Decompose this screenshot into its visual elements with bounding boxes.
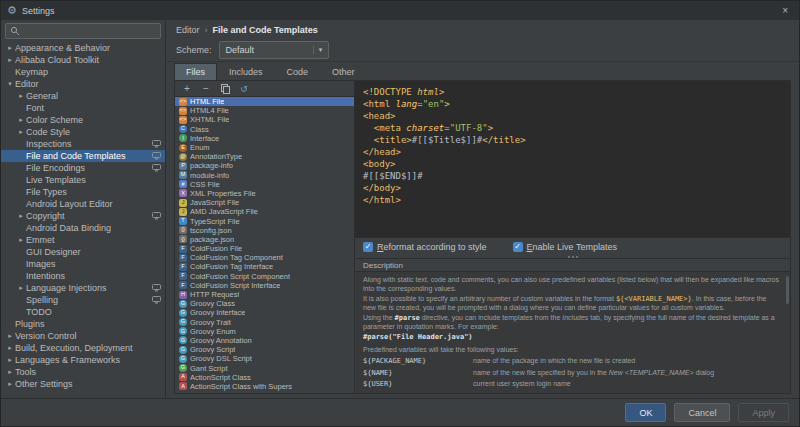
sidebar-item-label: Alibaba Cloud Toolkit [15, 55, 165, 65]
template-item-groovy-interface[interactable]: GGroovy Interface [175, 308, 354, 317]
chevron-right-icon[interactable]: ▸ [5, 380, 15, 388]
chevron-right-icon[interactable]: ▸ [5, 344, 15, 352]
sidebar-item-version-control[interactable]: ▸Version Control [1, 330, 165, 342]
template-item-class[interactable]: CClass [175, 125, 354, 134]
sidebar-item-alibaba-cloud-toolkit[interactable]: ▸Alibaba Cloud Toolkit [1, 54, 165, 66]
sidebar-item-editor[interactable]: ▾Editor [1, 78, 165, 90]
add-button[interactable] [181, 83, 193, 95]
sidebar-item-general[interactable]: ▸General [1, 90, 165, 102]
template-item-groovy-enum[interactable]: GGroovy Enum [175, 327, 354, 336]
sidebar-item-gui-designer[interactable]: GUI Designer [1, 246, 165, 258]
chevron-right-icon[interactable]: ▸ [16, 116, 26, 124]
sidebar-item-plugins[interactable]: Plugins [1, 318, 165, 330]
sidebar-item-android-data-binding[interactable]: Android Data Binding [1, 222, 165, 234]
chevron-down-icon[interactable]: ▾ [5, 80, 15, 88]
tab-includes[interactable]: Includes [217, 63, 275, 80]
chevron-right-icon[interactable]: ▸ [5, 56, 15, 64]
template-item-groovy-annotation[interactable]: GGroovy Annotation [175, 336, 354, 345]
template-item-groovy-class[interactable]: GGroovy Class [175, 299, 354, 308]
template-item-actionscript-class[interactable]: AActionScript Class [175, 373, 354, 382]
ok-button[interactable]: OK [625, 403, 666, 422]
template-item-coldfusion-tag-interface[interactable]: FColdFusion Tag Interface [175, 262, 354, 271]
cf-file-icon: F [179, 272, 187, 280]
template-item-html4-file[interactable]: <>HTML4 File [175, 106, 354, 115]
sidebar-item-color-scheme[interactable]: ▸Color Scheme [1, 114, 165, 126]
sidebar-item-other-settings[interactable]: ▸Other Settings [1, 378, 165, 390]
template-item-typescript-file[interactable]: TTypeScript File [175, 216, 354, 225]
sidebar-item-file-encodings[interactable]: File Encodings [1, 162, 165, 174]
chevron-right-icon[interactable]: ▸ [16, 284, 26, 292]
sidebar-item-code-style[interactable]: ▸Code Style [1, 126, 165, 138]
template-item-coldfusion-tag-component[interactable]: FColdFusion Tag Component [175, 253, 354, 262]
sidebar-item-live-templates[interactable]: Live Templates [1, 174, 165, 186]
chevron-right-icon[interactable]: ▸ [5, 368, 15, 376]
sidebar-item-file-types[interactable]: File Types [1, 186, 165, 198]
close-button[interactable]: × [777, 5, 793, 16]
template-item-javascript-file[interactable]: JJavaScript File [175, 198, 354, 207]
template-item-amd-javascript-file[interactable]: JAMD JavaScript File [175, 207, 354, 216]
sidebar-item-tools[interactable]: ▸Tools [1, 366, 165, 378]
template-item-html-file[interactable]: <>HTML File [175, 97, 354, 106]
search-input[interactable] [23, 26, 156, 36]
sidebar-item-emmet[interactable]: ▸Emmet [1, 234, 165, 246]
chevron-right-icon[interactable]: ▸ [16, 236, 26, 244]
sidebar-item-appearance-behavior[interactable]: ▸Appearance & Behavior [1, 42, 165, 54]
sidebar-item-font[interactable]: Font [1, 102, 165, 114]
sidebar-item-copyright[interactable]: ▸Copyright [1, 210, 165, 222]
sidebar-item-file-and-code-templates[interactable]: File and Code Templates [1, 150, 165, 162]
template-item-coldfusion-script-component[interactable]: FColdFusion Script Component [175, 272, 354, 281]
template-item-enum[interactable]: EEnum [175, 143, 354, 152]
settings-search-box[interactable] [5, 23, 161, 39]
sidebar-item-languages-frameworks[interactable]: ▸Languages & Frameworks [1, 354, 165, 366]
template-item-gant-script[interactable]: GGant Script [175, 363, 354, 372]
template-item-actionscript-class-with-supers[interactable]: AActionScript Class with Supers [175, 382, 354, 391]
template-item-coldfusion-file[interactable]: FColdFusion File [175, 244, 354, 253]
template-item-module-info[interactable]: Mmodule-info [175, 171, 354, 180]
checkbox-reformat-according-to-style[interactable]: ✓Reformat according to style [363, 242, 487, 252]
tab-code[interactable]: Code [275, 63, 321, 80]
chevron-right-icon[interactable]: ▸ [16, 92, 26, 100]
reset-button[interactable] [238, 83, 250, 95]
template-item-groovy-dsl-script[interactable]: GGroovy DSL Script [175, 354, 354, 363]
sidebar-item-build-execution-deployment[interactable]: ▸Build, Execution, Deployment [1, 342, 165, 354]
sidebar-item-inspections[interactable]: Inspections [1, 138, 165, 150]
template-item-interface[interactable]: IInterface [175, 134, 354, 143]
template-item-groovy-script[interactable]: GGroovy Script [175, 345, 354, 354]
template-item-package-info[interactable]: Ppackage-info [175, 161, 354, 170]
sidebar-item-android-layout-editor[interactable]: Android Layout Editor [1, 198, 165, 210]
cancel-button[interactable]: Cancel [674, 403, 730, 422]
chevron-right-icon[interactable]: ▸ [5, 44, 15, 52]
template-editor[interactable]: <!DOCTYPE html><html lang="en"><head> <m… [355, 81, 790, 237]
checkbox-box[interactable]: ✓ [513, 242, 523, 252]
template-item-xml-properties-file[interactable]: XXML Properties File [175, 189, 354, 198]
chevron-right-icon[interactable]: ▸ [5, 332, 15, 340]
template-item-package-json[interactable]: {}package.json [175, 235, 354, 244]
chevron-right-icon[interactable]: ▸ [16, 128, 26, 136]
template-item-css-file[interactable]: #CSS File [175, 180, 354, 189]
sidebar-item-language-injections[interactable]: ▸Language Injections [1, 282, 165, 294]
template-item-http-request[interactable]: HHTTP Request [175, 290, 354, 299]
remove-button[interactable] [200, 83, 212, 95]
chevron-right-icon[interactable]: ▸ [16, 212, 26, 220]
sidebar-item-todo[interactable]: TODO [1, 306, 165, 318]
sidebar-item-spelling[interactable]: Spelling [1, 294, 165, 306]
copy-button[interactable] [219, 83, 231, 95]
sidebar-item-images[interactable]: Images [1, 258, 165, 270]
checkbox-box[interactable]: ✓ [363, 242, 373, 252]
description-scrollbar[interactable] [786, 276, 789, 304]
apply-button[interactable]: Apply [738, 403, 789, 422]
sidebar-item-keymap[interactable]: Keymap [1, 66, 165, 78]
scheme-select[interactable]: Default ▾ [219, 41, 329, 59]
tab-files[interactable]: Files [174, 63, 217, 80]
checkbox-enable-live-templates[interactable]: ✓Enable Live Templates [513, 242, 617, 252]
template-item-label: Interface [190, 134, 219, 143]
tab-other[interactable]: Other [320, 63, 367, 80]
template-item-xhtml-file[interactable]: <>XHTML File [175, 115, 354, 124]
template-item-coldfusion-script-interface[interactable]: FColdFusion Script Interface [175, 281, 354, 290]
template-item-tsconfig-json[interactable]: {}tsconfig.json [175, 226, 354, 235]
template-item-annotationtype[interactable]: @AnnotationType [175, 152, 354, 161]
variable-segment: current user system login name [473, 380, 571, 387]
template-item-groovy-trait[interactable]: GGroovy Trait [175, 318, 354, 327]
chevron-right-icon[interactable]: ▸ [5, 356, 15, 364]
sidebar-item-intentions[interactable]: Intentions [1, 270, 165, 282]
